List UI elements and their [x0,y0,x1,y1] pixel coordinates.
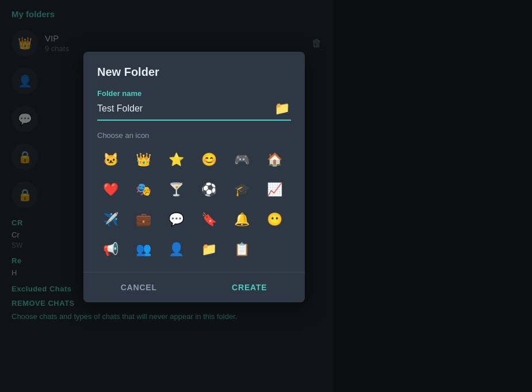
plane-icon[interactable]: ✈️ [97,206,124,233]
heart-icon[interactable]: ❤️ [97,176,124,203]
cat-icon[interactable]: 🐱 [97,147,124,173]
group-icon[interactable]: 👥 [130,236,156,263]
graduation-icon[interactable]: 🎓 [229,176,255,203]
chat-icon[interactable]: 💬 [163,206,189,233]
list-icon[interactable]: 📋 [229,236,255,263]
face-icon[interactable]: 😊 [196,147,223,173]
briefcase-icon[interactable]: 💼 [130,206,156,233]
megaphone-icon[interactable]: 📢 [97,236,124,263]
new-folder-dialog: New Folder Folder name 📁 Choose an icon … [83,52,305,302]
person-icon[interactable]: 👤 [163,236,189,263]
robot-icon[interactable]: 😶 [262,206,288,233]
folder-name-field-label: Folder name [97,89,291,98]
mask-icon[interactable]: 🎭 [130,176,156,203]
bell-icon[interactable]: 🔔 [229,206,255,233]
folder-icon[interactable]: 📁 [196,236,223,263]
choose-icon-label: Choose an icon [97,131,291,140]
gamepad-icon[interactable]: 🎮 [229,147,255,173]
sports-icon[interactable]: ⚽ [196,176,223,203]
cocktail-icon[interactable]: 🍸 [163,176,189,203]
folder-icon-button[interactable]: 📁 [273,101,291,116]
create-button[interactable]: CREATE [194,272,305,302]
dialog-title: New Folder [97,66,291,79]
star-icon[interactable]: ⭐ [163,147,189,173]
cancel-button[interactable]: CANCEL [83,272,194,302]
dialog-footer: CANCEL CREATE [83,272,305,302]
folder-name-input-row: 📁 [97,101,291,121]
tag-icon[interactable]: 🔖 [196,206,223,233]
icon-grid: 🐱👑⭐😊🎮🏠❤️🎭🍸⚽🎓📈✈️💼💬🔖🔔😶📢👥👤📁📋 [97,147,291,263]
folder-name-input[interactable] [97,103,273,114]
crown-icon[interactable]: 👑 [130,147,156,173]
home-icon[interactable]: 🏠 [262,147,288,173]
chart-icon[interactable]: 📈 [262,176,288,203]
